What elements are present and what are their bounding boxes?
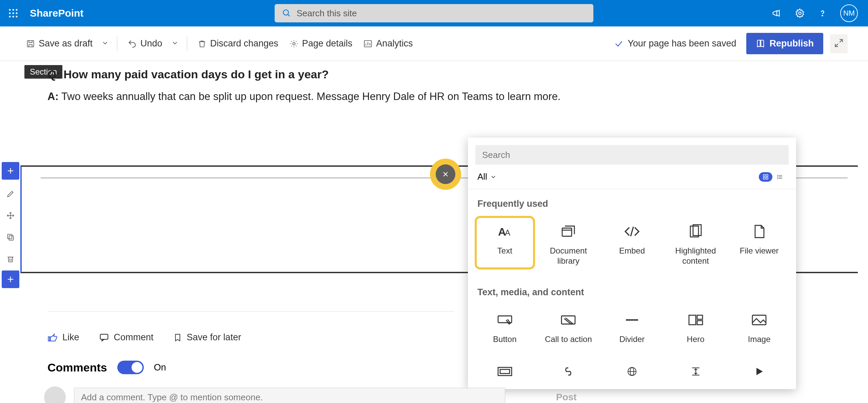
svg-rect-28 bbox=[763, 175, 765, 176]
user-avatar[interactable]: NM bbox=[840, 4, 858, 22]
button-icon bbox=[497, 310, 513, 329]
webpart-label: Call to action bbox=[545, 334, 592, 344]
help-icon[interactable] bbox=[818, 8, 827, 18]
waffle-icon bbox=[8, 8, 18, 18]
collapse-pane-button[interactable] bbox=[830, 34, 848, 53]
webpart-unknown-1[interactable] bbox=[475, 356, 535, 389]
app-name[interactable]: SharePoint bbox=[30, 7, 83, 19]
webpart-document-library[interactable]: Document library bbox=[538, 216, 599, 269]
webpart-call-to-action[interactable]: Call to action bbox=[538, 304, 599, 348]
svg-point-36 bbox=[777, 177, 778, 177]
a-text: Two weeks annually that can be split up … bbox=[59, 90, 561, 102]
webpart-label: File viewer bbox=[740, 246, 779, 256]
webpart-unknown-5[interactable] bbox=[729, 356, 789, 389]
chevron-down-icon bbox=[101, 39, 109, 47]
svg-line-41 bbox=[631, 227, 633, 236]
megaphone-icon[interactable] bbox=[772, 8, 782, 18]
svg-line-16 bbox=[840, 39, 842, 42]
settings-icon[interactable] bbox=[795, 8, 805, 18]
save-status: Your page has been saved bbox=[614, 38, 736, 49]
close-picker-highlight bbox=[430, 159, 461, 190]
webpart-highlighted-content[interactable]: Highlighted content bbox=[666, 216, 726, 269]
edit-section-button[interactable] bbox=[2, 183, 19, 205]
analytics-button[interactable]: Analytics bbox=[358, 36, 418, 52]
svg-rect-47 bbox=[689, 315, 696, 325]
chevron-down-icon bbox=[490, 174, 497, 180]
analytics-icon bbox=[363, 39, 373, 48]
webpart-button[interactable]: Button bbox=[475, 304, 535, 348]
plus-icon bbox=[6, 275, 15, 284]
comment-button[interactable]: Comment bbox=[99, 332, 154, 343]
svg-marker-60 bbox=[756, 368, 763, 375]
undo-button[interactable]: Undo bbox=[122, 36, 168, 52]
hero-icon bbox=[688, 310, 704, 329]
picker-category-filter[interactable]: All bbox=[477, 172, 497, 182]
close-picker-button[interactable] bbox=[436, 164, 455, 184]
divider bbox=[117, 36, 117, 51]
site-search-input[interactable] bbox=[297, 8, 586, 19]
like-icon bbox=[47, 333, 58, 343]
undo-icon bbox=[127, 39, 137, 48]
webpart-divider[interactable]: Divider bbox=[602, 304, 662, 348]
list-view-toggle[interactable] bbox=[773, 172, 787, 182]
app-launcher[interactable] bbox=[0, 8, 26, 18]
comment-composer: Add a comment. Type @ to mention someone… bbox=[44, 386, 505, 403]
webpart-embed[interactable]: Embed bbox=[602, 216, 662, 269]
webpart-file-viewer[interactable]: File viewer bbox=[729, 216, 789, 269]
republish-button[interactable]: Republish bbox=[746, 33, 823, 54]
webpart-unknown-4[interactable] bbox=[666, 356, 726, 389]
webpart-label: Hero bbox=[687, 334, 705, 344]
bookmark-icon bbox=[173, 333, 182, 343]
play-icon bbox=[752, 362, 766, 381]
section-toolbar bbox=[2, 183, 19, 270]
svg-point-5 bbox=[16, 13, 18, 14]
comment-icon bbox=[99, 333, 109, 343]
add-section-above-button[interactable] bbox=[2, 162, 19, 180]
save-icon bbox=[26, 39, 35, 48]
undo-chevron[interactable] bbox=[168, 37, 182, 51]
svg-point-14 bbox=[293, 42, 295, 45]
save-draft-chevron[interactable] bbox=[98, 37, 112, 51]
webpart-unknown-3[interactable] bbox=[602, 356, 662, 389]
webpart-hero[interactable]: Hero bbox=[666, 304, 726, 348]
save-draft-button[interactable]: Save as draft bbox=[20, 36, 98, 52]
file-viewer-icon bbox=[751, 222, 767, 241]
comments-toggle[interactable] bbox=[117, 361, 144, 374]
svg-rect-30 bbox=[763, 177, 765, 179]
duplicate-section-button[interactable] bbox=[2, 226, 19, 248]
comments-header: Comments On bbox=[47, 361, 166, 374]
svg-point-1 bbox=[13, 9, 14, 11]
svg-rect-50 bbox=[752, 315, 766, 325]
trash-icon bbox=[6, 255, 15, 263]
move-section-button[interactable] bbox=[2, 205, 19, 226]
command-bar: Save as draft Undo Discard changes Page … bbox=[0, 26, 868, 61]
picker-filter-label: All bbox=[477, 172, 487, 182]
like-button[interactable]: Like bbox=[47, 332, 79, 343]
analytics-label: Analytics bbox=[376, 38, 413, 49]
comment-input[interactable]: Add a comment. Type @ to mention someone… bbox=[74, 388, 505, 403]
globe-icon bbox=[625, 362, 639, 381]
picker-search-input[interactable] bbox=[475, 145, 789, 165]
q-prefix: Q: bbox=[47, 68, 60, 81]
webpart-image[interactable]: Image bbox=[729, 304, 789, 348]
save-for-later-button[interactable]: Save for later bbox=[173, 332, 241, 343]
webpart-label: Divider bbox=[619, 334, 645, 344]
svg-point-4 bbox=[13, 13, 14, 14]
picker-search bbox=[475, 145, 789, 165]
webpart-unknown-2[interactable] bbox=[538, 356, 599, 389]
svg-rect-31 bbox=[766, 177, 768, 179]
discard-button[interactable]: Discard changes bbox=[192, 36, 284, 52]
svg-text:A: A bbox=[505, 228, 510, 237]
page-details-button[interactable]: Page details bbox=[284, 36, 358, 52]
grid-view-toggle[interactable] bbox=[759, 172, 772, 182]
site-search[interactable] bbox=[275, 4, 593, 22]
post-button[interactable]: Post bbox=[556, 392, 577, 403]
page-details-label: Page details bbox=[302, 38, 353, 49]
add-section-below-button[interactable] bbox=[2, 270, 19, 288]
like-label: Like bbox=[62, 332, 79, 343]
grid-icon bbox=[763, 174, 769, 180]
divider-icon bbox=[624, 310, 640, 329]
delete-section-button[interactable] bbox=[2, 248, 19, 270]
webpart-text[interactable]: AA Text bbox=[475, 216, 535, 269]
book-icon bbox=[756, 39, 765, 48]
